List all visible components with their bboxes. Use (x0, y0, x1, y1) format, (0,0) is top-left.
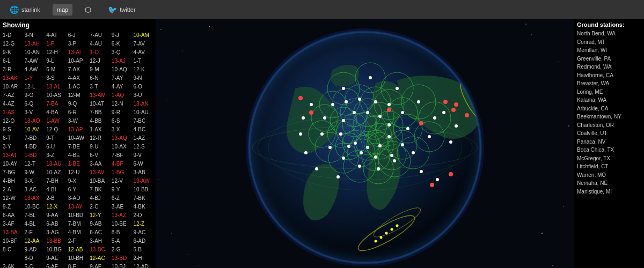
list-item[interactable]: 10-AT (90, 100, 109, 108)
list-item[interactable]: 12-R (90, 134, 109, 142)
list-item[interactable]: 12-AC (90, 254, 109, 262)
list-item[interactable]: 1-T (133, 57, 153, 65)
list-item[interactable]: 1-AZ (133, 134, 153, 142)
list-item[interactable]: 6-AB (46, 220, 66, 228)
list-item[interactable]: 6-Q (25, 100, 45, 108)
list-item[interactable]: 1-AX (90, 125, 109, 133)
list-item[interactable]: 13-AK (3, 74, 23, 82)
list-item[interactable]: 9-V (133, 151, 153, 159)
network-nav[interactable]: ⬡ (80, 3, 96, 17)
list-item[interactable]: 12-AA (25, 237, 45, 245)
list-item[interactable]: 9-AD (25, 245, 45, 254)
list-item[interactable]: 2-D (133, 211, 153, 219)
satellite-list[interactable]: Showing 1-D3-N4-AT6-J7-AU9-J10-AM12-G13-… (0, 19, 156, 268)
list-item[interactable]: 4-BB (90, 117, 109, 125)
list-item[interactable]: 4-AW (25, 65, 45, 73)
list-item[interactable]: 12-X (46, 203, 66, 211)
list-item[interactable]: 12-T (25, 160, 45, 168)
list-item[interactable]: 6-X (25, 177, 45, 185)
list-item[interactable]: 3-N (25, 31, 45, 39)
list-item[interactable]: 10-AR (3, 83, 23, 91)
list-item[interactable]: 3-AD (68, 194, 88, 202)
list-item[interactable]: 7-AW (25, 57, 45, 65)
list-item[interactable]: 1-Y (25, 74, 45, 82)
list-item[interactable]: 10-AW (68, 134, 88, 142)
list-item[interactable]: 9-AC (133, 228, 153, 236)
list-item[interactable]: 7-BL (25, 211, 45, 219)
list-item[interactable]: 13-AY (68, 203, 88, 211)
list-item[interactable]: 12-G (3, 40, 23, 48)
list-item[interactable]: 10-BJ (112, 263, 131, 268)
list-item[interactable]: 4-BC (133, 125, 153, 133)
list-item[interactable]: 6-L (3, 57, 23, 65)
list-item[interactable]: 7-BK (90, 185, 109, 193)
list-item[interactable]: 6-N (90, 74, 109, 82)
list-item[interactable]: 9-O (25, 91, 45, 99)
list-item[interactable]: 12-J (90, 57, 109, 65)
list-item[interactable]: 1-AQ (112, 91, 131, 99)
list-item[interactable]: 9-L (46, 57, 66, 65)
list-item[interactable]: 4-BF (112, 160, 131, 168)
list-item[interactable]: 7-BB (90, 108, 109, 116)
list-item[interactable]: 7-AX (68, 65, 88, 73)
list-item[interactable]: 9-W (25, 168, 45, 176)
list-item[interactable]: 10-AN (25, 48, 45, 56)
list-item[interactable]: 9-AE (46, 254, 66, 262)
list-item[interactable]: 1-AW (46, 117, 66, 125)
list-item[interactable]: 6-U (46, 143, 66, 151)
list-item[interactable]: 3-V (25, 108, 45, 116)
list-item[interactable]: 4-BJ (90, 194, 109, 202)
list-item[interactable]: 12-O (3, 117, 23, 125)
list-item[interactable]: 7-BG (3, 168, 23, 176)
list-item[interactable]: 4-AT (46, 31, 66, 39)
list-item[interactable]: 6-Z (112, 194, 131, 202)
list-item[interactable]: 3-R (3, 65, 23, 73)
list-item[interactable]: 6-R (68, 108, 88, 116)
list-item[interactable]: 4-BD (25, 143, 45, 151)
list-item[interactable]: 1-AS (3, 108, 23, 116)
map-nav[interactable]: map (53, 4, 72, 16)
list-item[interactable]: 13-BB (46, 237, 66, 245)
list-item[interactable]: 13-AX (25, 194, 45, 202)
list-item[interactable]: 6-AC (90, 228, 109, 236)
list-item[interactable]: 3-T (90, 83, 109, 91)
list-item[interactable]: 8-B (112, 228, 131, 236)
list-item[interactable]: 4-BL (25, 220, 45, 228)
list-item[interactable]: 1-Q (90, 48, 109, 56)
list-item[interactable]: 4-BM (68, 228, 88, 236)
list-item[interactable]: 10-AM (133, 31, 153, 39)
list-item[interactable]: 7-BF (112, 151, 131, 159)
list-item[interactable]: 3-X (112, 125, 131, 133)
list-item[interactable]: 9-AB (90, 220, 109, 228)
list-item[interactable]: 6-V (90, 151, 109, 159)
list-item[interactable]: 7-BE (68, 143, 88, 151)
list-item[interactable]: 7-BH (46, 177, 66, 185)
list-item[interactable]: 13-AJ (112, 57, 131, 65)
list-item[interactable]: 7-BD (25, 134, 45, 142)
list-item[interactable]: 3-Q (112, 48, 131, 56)
list-item[interactable]: 8-E (68, 263, 88, 268)
list-item[interactable]: 10-AU (133, 108, 153, 116)
list-item[interactable]: 4-BH (3, 177, 23, 185)
list-item[interactable]: 3-Y (3, 143, 23, 151)
list-item[interactable]: 10-BD (68, 211, 88, 219)
list-item[interactable]: 9-K (3, 48, 23, 56)
list-item[interactable]: 5-A (112, 237, 131, 245)
list-item[interactable]: 1-BD (25, 151, 45, 159)
list-item[interactable]: 3-W (68, 117, 88, 125)
list-item[interactable]: 12-AD (133, 263, 153, 268)
list-item[interactable]: 12-Z (133, 220, 153, 228)
list-item[interactable]: 13-AO (25, 117, 45, 125)
list-item[interactable]: 12-U (68, 168, 88, 176)
list-item[interactable]: 4-AV (133, 48, 153, 56)
list-item[interactable]: 6-J (68, 31, 88, 39)
list-item[interactable]: 9-M (90, 65, 109, 73)
list-item[interactable]: 9-U (90, 143, 109, 151)
list-item[interactable]: 12-V (112, 177, 131, 185)
list-item[interactable]: 2-E (25, 228, 45, 236)
list-item[interactable]: 1-F (46, 40, 66, 48)
list-item[interactable]: 9-J (112, 31, 131, 39)
list-item[interactable]: 1-AC (68, 83, 88, 91)
list-item[interactable]: 3-AG (46, 228, 66, 236)
list-item[interactable]: 6-AD (133, 237, 153, 245)
